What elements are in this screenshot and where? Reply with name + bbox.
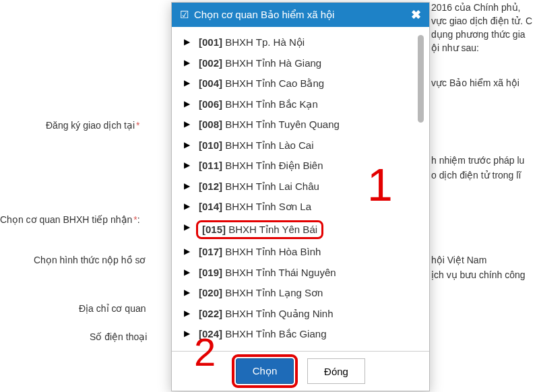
agency-tree-item[interactable]: [020] BHXH Tỉnh Lạng Sơn	[199, 283, 422, 304]
agency-tree-item[interactable]: [017] BHXH Tỉnh Hòa Bình	[199, 242, 422, 263]
modal-body: [001] BHXH Tp. Hà Nội[002] BHXH Tỉnh Hà …	[172, 27, 429, 351]
label-receiving-agency: Chọn cơ quan BHXH tiếp nhận*:	[0, 214, 140, 225]
label-agency-address: Địa chỉ cơ quan	[79, 303, 146, 314]
check-icon: ☑	[180, 9, 189, 21]
modal-title: Chọn cơ quan Bảo hiểm xã hội	[194, 9, 411, 21]
select-button[interactable]: Chọn	[236, 358, 294, 384]
scrollbar-thumb[interactable]	[418, 35, 424, 123]
bg-text-r3b: ịch vụ bưu chính công	[431, 269, 539, 280]
agency-tree-item[interactable]: [006] BHXH Tỉnh Bắc Kạn	[199, 94, 422, 115]
close-icon[interactable]: ✖	[411, 7, 421, 22]
agency-tree-item[interactable]: [010] BHXH Tỉnh Lào Cai	[199, 135, 422, 156]
highlighted-agency: [015] BHXH Tỉnh Yên Bái	[196, 220, 323, 240]
agency-tree-list: [001] BHXH Tp. Hà Nội[002] BHXH Tỉnh Hà …	[172, 32, 429, 348]
label-register-at: Đăng ký giao dịch tại*	[46, 120, 140, 131]
bg-text-r3a: hội Việt Nam	[431, 255, 539, 265]
bg-text-r0d: ội như sau:	[431, 42, 539, 53]
agency-select-modal: ☑ Chọn cơ quan Bảo hiểm xã hội ✖ [001] B…	[171, 2, 430, 391]
label-phone: Số điện thoại	[90, 331, 147, 342]
bg-text-r1: vực Bảo hiểm xã hội	[431, 77, 539, 88]
agency-tree-item[interactable]: 5] BHXH Tỉnh Phú Thọ	[199, 345, 422, 349]
agency-tree-item[interactable]: [024] BHXH Tỉnh Bắc Giang	[199, 324, 422, 345]
modal-header: ☑ Chọn cơ quan Bảo hiểm xã hội ✖	[172, 3, 429, 27]
bg-text-r0c: dụng phương thức gia	[431, 29, 539, 40]
agency-tree-item[interactable]: [019] BHXH Tỉnh Thái Nguyên	[199, 263, 422, 284]
bg-text-r2b: o dịch điện tử trong lĩ	[431, 170, 539, 181]
modal-footer: Chọn Đóng	[172, 351, 429, 391]
agency-tree-item[interactable]: [008] BHXH Tỉnh Tuyên Quang	[199, 115, 422, 135]
close-button[interactable]: Đóng	[307, 358, 365, 384]
bg-text-r0a: 2016 của Chính phủ,	[431, 2, 539, 13]
agency-tree-item[interactable]: [015] BHXH Tỉnh Yên Bái	[199, 218, 422, 242]
agency-tree-item[interactable]: [011] BHXH Tỉnh Điện Biên	[199, 156, 422, 176]
agency-tree-item[interactable]: [004] BHXH Tỉnh Cao Bằng	[199, 73, 422, 94]
agency-tree-item[interactable]: [012] BHXH Tỉnh Lai Châu	[199, 176, 422, 197]
agency-tree-item[interactable]: [022] BHXH Tỉnh Quảng Ninh	[199, 304, 422, 325]
agency-tree-item[interactable]: [014] BHXH Tỉnh Sơn La	[199, 197, 422, 218]
label-submit-method: Chọn hình thức nộp hồ sơ	[34, 255, 146, 265]
agency-tree-item[interactable]: [001] BHXH Tp. Hà Nội	[199, 32, 422, 53]
bg-text-r2a: h nhiệm trước pháp lu	[431, 155, 539, 166]
agency-tree-item[interactable]: [002] BHXH Tỉnh Hà Giang	[199, 53, 422, 74]
bg-text-r0b: vực giao dịch điện tử. C	[431, 15, 539, 26]
